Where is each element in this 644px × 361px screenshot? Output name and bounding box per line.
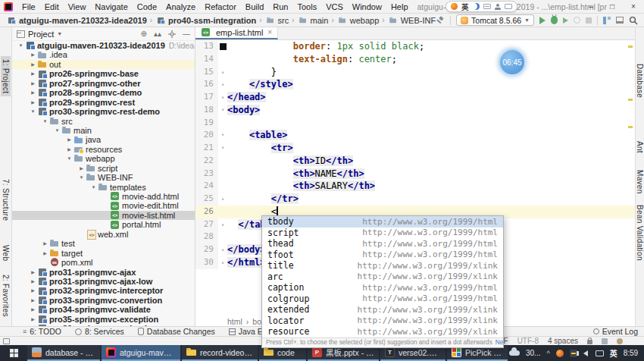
fold-marker-icon[interactable]: ▴ xyxy=(218,66,227,79)
tree-item-portal-html[interactable]: portal.html xyxy=(12,220,195,229)
run-button[interactable] xyxy=(539,17,546,24)
menu-vcs[interactable]: VCS xyxy=(321,2,348,11)
close-button[interactable]: × xyxy=(623,0,644,14)
collapsed-arrow-icon[interactable]: ▶ xyxy=(29,79,37,88)
collapsed-arrow-icon[interactable]: ▶ xyxy=(29,296,37,305)
code-line-23[interactable]: 23 <th>NAME</th> xyxy=(195,168,635,180)
tree-item-script[interactable]: ▶script xyxy=(12,164,195,173)
breadcrumb-item[interactable]: pro40-ssm-integration xyxy=(155,16,256,25)
code-line-17[interactable]: 17▴</head> xyxy=(195,91,635,104)
tree-item-test[interactable]: ▶test xyxy=(12,239,195,248)
stripe-item-database[interactable]: Database xyxy=(635,61,644,101)
code-line-24[interactable]: 24 <th>SALARY</th> xyxy=(195,180,635,193)
tree-item-templates[interactable]: ▼templates xyxy=(12,183,195,192)
stripe-item-1-project[interactable]: 1: Project xyxy=(1,56,11,96)
stripe-item-7-structure[interactable]: 7: Structure xyxy=(1,176,11,224)
taskbar-button-2[interactable]: atguigu-maven-2... xyxy=(102,345,180,361)
menu-tools[interactable]: Tools xyxy=(292,2,321,11)
collapse-all-icon[interactable]: ▴▴ xyxy=(154,30,161,38)
tree-item-target[interactable]: ▶target xyxy=(12,249,195,258)
code-line-14[interactable]: 14 text-align: center; xyxy=(195,53,635,66)
menu-help[interactable]: Help xyxy=(386,2,413,11)
code-line-16[interactable]: 16▴ </style> xyxy=(195,78,635,91)
ime-toolbar[interactable]: 英 xyxy=(445,1,517,12)
tree-item-atguigu-maven-210323-idea2019[interactable]: ▼atguigu-maven-210323-idea2019D:\idea-wo… xyxy=(12,41,195,50)
start-button[interactable] xyxy=(0,345,27,361)
completion-item-thead[interactable]: theadhttp://www.w3.org/1999/html xyxy=(262,238,503,250)
breadcrumb-item[interactable]: atguigu-maven-210323-idea2019 xyxy=(6,16,147,25)
taskbar-button-1[interactable]: database - VMw... xyxy=(27,345,100,361)
code-line-15[interactable]: 15▴ } xyxy=(195,66,635,79)
tree-item-pro35-springmvc-exception[interactable]: ▶pro35-springmvc-exception xyxy=(12,315,195,324)
scrollbar-warning-mark[interactable] xyxy=(628,126,633,128)
lock-icon[interactable] xyxy=(587,340,592,344)
completion-item-caption[interactable]: captionhttp://www.w3.org/1999/html xyxy=(262,282,503,294)
scrollbar-warning-mark[interactable] xyxy=(628,99,633,101)
breadcrumb-item[interactable]: webapp xyxy=(337,16,380,25)
encoding-widget[interactable]: UTF-8 xyxy=(517,337,539,345)
completion-item-resource[interactable]: resourcehttp://www.w3.org/1999/xlink xyxy=(262,326,503,337)
editor-tab[interactable]: emp-list.html × xyxy=(195,27,278,39)
menu-view[interactable]: View xyxy=(64,2,91,11)
tree-item-pro34-springmvc-validate[interactable]: ▶pro34-springmvc-validate xyxy=(12,305,195,314)
ime-person-icon[interactable] xyxy=(495,4,501,10)
collapsed-arrow-icon[interactable]: ▶ xyxy=(29,268,37,277)
completion-item-script[interactable]: scripthttp://www.w3.org/1999/html xyxy=(262,228,503,239)
tree-item--idea[interactable]: ▶.idea xyxy=(12,50,195,59)
tree-item-pro27-springmvc-other[interactable]: ▶pro27-springmvc-other xyxy=(12,79,195,88)
stripe-item-ant[interactable]: Ant xyxy=(635,138,644,156)
collapsed-arrow-icon[interactable]: ▶ xyxy=(29,60,37,69)
tray-app-icon[interactable] xyxy=(556,350,564,357)
code-line-20[interactable]: 20▾ <table> xyxy=(195,129,635,142)
collapsed-arrow-icon[interactable]: ▶ xyxy=(29,315,37,324)
status-square-icon[interactable] xyxy=(602,338,608,344)
debug-button[interactable] xyxy=(551,16,558,24)
menu-navigate[interactable]: Navigate xyxy=(90,2,132,11)
completion-item-colgroup[interactable]: colgrouphttp://www.w3.org/1999/html xyxy=(262,294,503,305)
tree-item-resources[interactable]: ▶resources xyxy=(12,145,195,154)
ime-keyboard-icon[interactable] xyxy=(483,4,491,9)
menu-run[interactable]: Run xyxy=(268,2,292,11)
tool-window-quick-access-icon[interactable] xyxy=(3,338,10,344)
fold-marker-icon[interactable]: ▴ xyxy=(218,256,227,269)
clock[interactable]: 8:59 xyxy=(624,349,638,357)
weather-cloud-icon[interactable] xyxy=(509,350,520,356)
indent-widget[interactable]: 4 spaces xyxy=(548,337,578,345)
ime-language-indicator[interactable]: 英 xyxy=(461,2,469,12)
profiler-button[interactable] xyxy=(574,17,580,24)
fold-marker-icon[interactable]: ▾ xyxy=(218,104,227,117)
network-monitor-icon[interactable] xyxy=(596,350,604,356)
tree-item-pro28-springmvc-demo[interactable]: ▶pro28-springmvc-demo xyxy=(12,88,195,97)
tree-item-pro31-springmvc-ajax[interactable]: ▶pro31-springmvc-ajax xyxy=(12,268,195,277)
search-everywhere-icon[interactable] xyxy=(629,16,638,25)
collapsed-arrow-icon[interactable]: ▶ xyxy=(29,286,37,295)
tree-item-java[interactable]: ▶java xyxy=(12,135,195,144)
tree-item-web-inf[interactable]: ▼WEB-INF xyxy=(12,173,195,182)
completion-item-arc[interactable]: archttp://www.w3.org/1999/xlink xyxy=(262,272,503,283)
code-line-19[interactable]: 19 xyxy=(195,117,635,130)
completion-item-tbody[interactable]: tbodyhttp://www.w3.org/1999/html xyxy=(262,216,503,228)
scrollbar-warning-mark[interactable] xyxy=(628,46,633,48)
tree-item-pro31-springmvc-ajax-low[interactable]: ▶pro31-springmvc-ajax-low xyxy=(12,277,195,286)
code-line-21[interactable]: 21▾ <tr> xyxy=(195,142,635,155)
ime-wrench-icon[interactable] xyxy=(505,4,512,9)
menu-file[interactable]: File xyxy=(17,2,40,11)
stripe-item-web[interactable]: Web xyxy=(1,242,11,264)
fold-marker-icon[interactable]: ▴ xyxy=(218,91,227,104)
code-line-13[interactable]: 13 border: 1px solid black; xyxy=(195,40,635,53)
expanded-arrow-icon[interactable]: ▼ xyxy=(65,154,73,163)
collapsed-arrow-icon[interactable]: ▶ xyxy=(77,164,86,173)
stripe-item-2-favorites[interactable]: 2: Favorites xyxy=(1,272,11,320)
expanded-arrow-icon[interactable]: ▼ xyxy=(89,183,98,192)
weather-temp[interactable]: 30... xyxy=(526,349,540,357)
fold-marker-icon[interactable]: ▴ xyxy=(218,243,227,256)
tree-item-pro26-springmvc-base[interactable]: ▶pro26-springmvc-base xyxy=(12,69,195,78)
menu-refactor[interactable]: Refactor xyxy=(200,2,241,11)
project-panel-title[interactable]: Project xyxy=(28,30,54,39)
expanded-arrow-icon[interactable]: ▼ xyxy=(53,126,61,135)
volume-icon[interactable] xyxy=(583,350,588,356)
taskbar-button-3[interactable]: record-video-ori... xyxy=(182,345,258,361)
breadcrumb-item[interactable]: main xyxy=(298,16,329,25)
collapsed-arrow-icon[interactable]: ▶ xyxy=(65,145,73,154)
locate-file-icon[interactable]: ⊕ xyxy=(141,30,147,38)
